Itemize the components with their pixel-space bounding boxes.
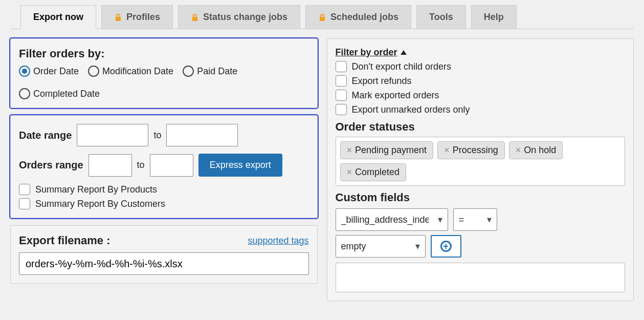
- tab-label: Help: [484, 12, 504, 23]
- select-value: empty: [341, 241, 366, 252]
- button-label: Express export: [210, 160, 271, 170]
- tab-scheduled-jobs[interactable]: Scheduled jobs: [305, 5, 411, 29]
- radio-paid-date[interactable]: Paid Date: [183, 66, 237, 77]
- custom-fields-label: Custom fields: [336, 191, 626, 204]
- status-tag: ×Completed: [340, 163, 407, 181]
- checkbox-label: Export unmarked orders only: [352, 104, 470, 115]
- lock-icon: [114, 13, 122, 22]
- checkbox-export-refunds[interactable]: [336, 75, 347, 87]
- status-tag: ×Pending payment: [340, 141, 434, 159]
- plus-circle-icon: +: [440, 241, 452, 252]
- radio-label: Modification Date: [102, 66, 173, 77]
- checkbox-no-child-orders[interactable]: [336, 61, 347, 72]
- checkbox-label: Mark exported orders: [352, 90, 439, 101]
- custom-field-name-select[interactable]: _billing_address_index ▾: [336, 208, 448, 231]
- checkbox-label: Export refunds: [352, 76, 412, 87]
- tag-label: On hold: [524, 145, 556, 156]
- date-range-label: Date range: [19, 130, 72, 141]
- custom-field-operator-select[interactable]: = ▾: [453, 208, 497, 231]
- to-text: to: [137, 160, 145, 170]
- express-export-button[interactable]: Express export: [198, 154, 282, 177]
- tab-profiles[interactable]: Profiles: [101, 5, 173, 29]
- tag-label: Pending payment: [355, 145, 427, 156]
- radio-completed-date[interactable]: Completed Date: [19, 88, 100, 99]
- checkbox-label: Don't export child orders: [352, 61, 452, 72]
- filter-orders-panel: Filter orders by: Order Date Modificatio…: [10, 38, 318, 108]
- chevron-down-icon: ▾: [415, 241, 420, 252]
- filename-panel: Export filename : supported tags: [10, 225, 318, 284]
- orders-range-to[interactable]: [150, 154, 193, 177]
- custom-field-value-select[interactable]: empty ▾: [336, 235, 426, 258]
- checkbox-summary-products[interactable]: [19, 184, 30, 195]
- radio-label: Order Date: [33, 66, 79, 77]
- filename-heading: Export filename :: [19, 234, 110, 247]
- select-value: _billing_address_index: [341, 215, 429, 225]
- tab-export-now[interactable]: Export now: [20, 5, 96, 29]
- tab-help[interactable]: Help: [471, 5, 517, 29]
- select-value: =: [459, 215, 464, 225]
- lock-icon: [318, 13, 326, 22]
- filename-input[interactable]: [19, 252, 309, 275]
- orders-range-label: Orders range: [19, 159, 83, 171]
- filter-by-order-panel: Filter by order Don't export child order…: [327, 38, 634, 301]
- add-custom-field-button[interactable]: +: [431, 235, 461, 258]
- filter-orders-heading: Filter orders by:: [19, 47, 309, 60]
- tabs-bar: Export now Profiles Status change jobs S…: [10, 5, 634, 29]
- tab-label: Profiles: [126, 12, 160, 23]
- radio-modification-date[interactable]: Modification Date: [88, 66, 173, 77]
- radio-order-date[interactable]: Order Date: [19, 66, 79, 77]
- radio-icon: [19, 66, 30, 77]
- order-statuses-label: Order statuses: [336, 120, 626, 134]
- orders-range-from[interactable]: [88, 154, 132, 177]
- tab-label: Status change jobs: [203, 12, 287, 23]
- radio-icon: [19, 88, 30, 99]
- radio-icon: [183, 66, 194, 77]
- to-text: to: [153, 130, 161, 141]
- radio-label: Paid Date: [197, 66, 237, 77]
- header-label: Filter by order: [336, 47, 397, 58]
- status-tag: ×Processing: [437, 141, 505, 159]
- radio-icon: [88, 66, 99, 77]
- remove-tag-icon[interactable]: ×: [444, 145, 450, 156]
- lock-icon: [191, 13, 199, 22]
- checkbox-summary-customers[interactable]: [19, 198, 30, 209]
- tab-tools[interactable]: Tools: [416, 5, 466, 29]
- remove-tag-icon[interactable]: ×: [347, 145, 352, 156]
- tag-label: Completed: [355, 167, 399, 178]
- custom-fields-list[interactable]: [336, 263, 626, 292]
- tab-label: Scheduled jobs: [330, 12, 398, 23]
- date-range-to[interactable]: [166, 124, 238, 146]
- tab-status-change-jobs[interactable]: Status change jobs: [178, 5, 300, 29]
- order-statuses-box[interactable]: ×Pending payment ×Processing ×On hold ×C…: [336, 137, 626, 186]
- checkbox-mark-exported[interactable]: [336, 90, 347, 101]
- date-range-from[interactable]: [77, 124, 148, 146]
- tab-label: Export now: [33, 12, 83, 23]
- status-tag: ×On hold: [509, 141, 563, 159]
- range-panel: Date range to Orders range to Express ex…: [10, 115, 318, 218]
- supported-tags-link[interactable]: supported tags: [248, 236, 308, 246]
- remove-tag-icon[interactable]: ×: [347, 167, 352, 178]
- checkbox-label: Summary Report By Customers: [35, 199, 165, 209]
- chevron-down-icon: ▾: [487, 214, 492, 225]
- tab-label: Tools: [429, 12, 453, 23]
- checkbox-label: Summary Report By Products: [35, 184, 157, 195]
- tag-label: Processing: [453, 145, 498, 156]
- filter-radio-group: Order Date Modification Date Paid Date C…: [19, 66, 309, 99]
- filter-by-order-header[interactable]: Filter by order: [336, 47, 407, 58]
- radio-label: Completed Date: [33, 89, 100, 99]
- chevron-down-icon: ▾: [438, 214, 442, 225]
- caret-up-icon: [401, 50, 407, 55]
- checkbox-unmarked-only[interactable]: [336, 104, 347, 115]
- remove-tag-icon[interactable]: ×: [516, 145, 521, 156]
